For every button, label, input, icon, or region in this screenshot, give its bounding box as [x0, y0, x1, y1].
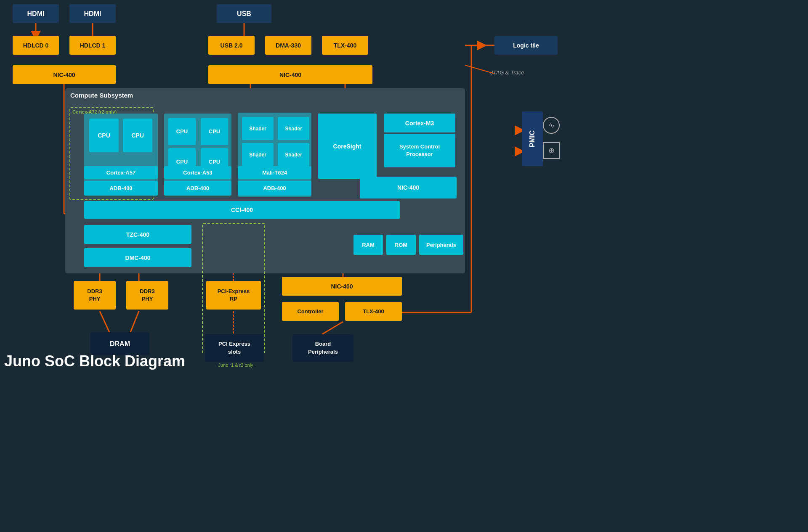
usb20-block: USB 2.0: [208, 36, 255, 55]
shader4-block: Shader: [278, 143, 309, 166]
controller-block: Controller: [282, 302, 339, 321]
oscillator-symbol: ∿: [543, 117, 560, 134]
juno-r1r2-label: Juno r1 & r2 only: [206, 363, 265, 368]
svg-line-19: [322, 322, 343, 334]
board-peripherals-block: BoardPeripherals: [292, 334, 354, 362]
hdlcd0-block: HDLCD 0: [13, 36, 59, 55]
peripherals-block: Peripherals: [419, 235, 463, 255]
svg-line-13: [100, 311, 109, 332]
cortex-a57-label-block: Cortex-A57: [84, 166, 158, 179]
sys-ctrl-block: System ControlProcessor: [384, 134, 455, 167]
dram-block: DRAM: [90, 332, 149, 355]
pci-slots-block: PCI Expressslots: [205, 334, 264, 362]
juno-soc-label: Juno SoC Block Diagram: [4, 352, 185, 370]
hdmi1-block: HDMI: [13, 4, 59, 23]
tlx400-top-block: TLX-400: [322, 36, 368, 55]
nic400-left-block: NIC-400: [13, 65, 116, 84]
shader3-block: Shader: [242, 143, 274, 166]
cpu3-block: CPU: [168, 118, 196, 145]
cortex-a53-label-block: Cortex-A53: [164, 166, 231, 179]
pci-express-rp-block: PCI-ExpressRP: [206, 281, 261, 310]
cortex-m3-block: Cortex-M3: [384, 114, 455, 132]
nic400-right-block: NIC-400: [360, 177, 457, 199]
ddr3-phy2-block: DDR3PHY: [126, 281, 168, 310]
adb400-a57-block: ADB-400: [84, 181, 158, 196]
compute-subsystem-label: Compute Subsystem: [70, 92, 133, 99]
cpu1-block: CPU: [89, 119, 119, 152]
cpu2-block: CPU: [123, 119, 152, 152]
power-symbol: ⊕: [543, 142, 560, 159]
nic400-mid-block: NIC-400: [208, 65, 372, 84]
rom-block: ROM: [386, 235, 416, 255]
main-container: HDMI HDMI USB Logic tile HDLCD 0 HDLCD 1…: [0, 0, 575, 378]
cci400-block: CCI-400: [84, 201, 400, 219]
shader2-block: Shader: [278, 117, 309, 140]
tlx400-bot-block: TLX-400: [345, 302, 402, 321]
usb-top-block: USB: [217, 4, 271, 23]
ddr3-phy1-block: DDR3PHY: [74, 281, 116, 310]
adb400-mali-block: ADB-400: [238, 181, 311, 196]
hdlcd1-block: HDLCD 1: [69, 36, 116, 55]
svg-line-14: [130, 311, 139, 332]
adb400-a53-block: ADB-400: [164, 181, 231, 196]
cpu4-block: CPU: [201, 118, 228, 145]
mali-t624-label-block: Mali-T624: [238, 166, 311, 179]
dmc400-block: DMC-400: [84, 248, 191, 267]
logic-tile-block: Logic tile: [494, 36, 558, 55]
nic400-bot-block: NIC-400: [282, 277, 402, 296]
dma330-block: DMA-330: [265, 36, 311, 55]
hdmi2-block: HDMI: [69, 4, 116, 23]
coresight-block: CoreSight: [318, 114, 377, 179]
tzc400-block: TZC-400: [84, 225, 191, 244]
pmic-block: PMIC: [522, 111, 543, 166]
ram-block: RAM: [354, 235, 383, 255]
jtag-trace-label: JTAG & Trace: [490, 69, 524, 76]
shader1-block: Shader: [242, 117, 274, 140]
